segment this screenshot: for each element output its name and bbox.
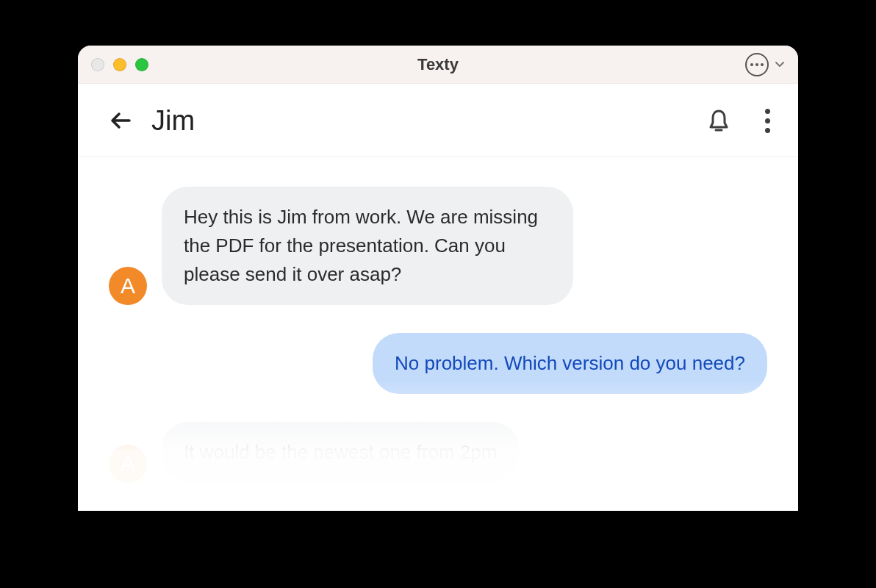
titlebar: Texty	[78, 46, 798, 84]
message-row-received: A Hey this is Jim from work. We are miss…	[109, 187, 767, 305]
avatar[interactable]: A	[109, 267, 147, 305]
message-list[interactable]: A Hey this is Jim from work. We are miss…	[78, 157, 798, 483]
arrow-left-icon	[107, 107, 135, 135]
app-window: Texty Jim	[78, 46, 798, 511]
dot-icon	[765, 109, 770, 114]
close-window-button[interactable]	[91, 58, 104, 71]
window-controls	[91, 58, 148, 71]
dot-icon	[750, 63, 753, 66]
header-actions	[708, 108, 770, 133]
message-bubble: It would be the newest one from 2pm	[162, 422, 519, 483]
minimize-window-button[interactable]	[113, 58, 126, 71]
chat-content: A Hey this is Jim from work. We are miss…	[78, 157, 798, 483]
dot-icon	[765, 118, 770, 123]
contact-name: Jim	[151, 105, 195, 137]
dot-icon	[761, 63, 764, 66]
chevron-down-icon[interactable]	[775, 60, 785, 70]
chat-header: Jim	[78, 84, 798, 157]
titlebar-actions	[745, 53, 785, 76]
message-row-sent: No problem. Which version do you need?	[109, 333, 767, 394]
notifications-button[interactable]	[708, 108, 730, 133]
message-bubble: No problem. Which version do you need?	[373, 333, 767, 394]
back-button[interactable]	[107, 107, 135, 135]
dot-icon	[755, 63, 758, 66]
message-bubble: Hey this is Jim from work. We are missin…	[162, 187, 573, 305]
message-row-received: A It would be the newest one from 2pm	[109, 422, 767, 483]
menu-button[interactable]	[765, 109, 770, 133]
maximize-window-button[interactable]	[135, 58, 148, 71]
avatar[interactable]: A	[109, 445, 147, 483]
dot-icon	[765, 128, 770, 133]
more-options-button[interactable]	[745, 53, 769, 76]
window-title: Texty	[417, 55, 459, 74]
bell-icon	[708, 108, 730, 133]
